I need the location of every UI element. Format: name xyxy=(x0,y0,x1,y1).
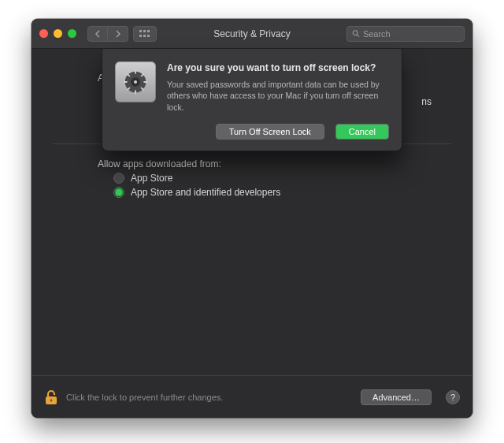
svg-rect-5 xyxy=(147,35,150,37)
radio-identified-developers-label: App Store and identified developers xyxy=(131,187,280,198)
obscured-text-ns: ns xyxy=(421,96,432,107)
back-button[interactable] xyxy=(87,26,108,42)
svg-rect-0 xyxy=(139,30,142,32)
svg-rect-2 xyxy=(147,30,150,32)
radio-app-store-label: App Store xyxy=(131,173,172,184)
advanced-button[interactable]: Advanced… xyxy=(361,389,432,405)
preferences-window: Security & Privacy A login Disable autom… xyxy=(32,19,472,418)
svg-point-6 xyxy=(353,31,358,35)
system-preferences-icon xyxy=(115,61,156,102)
allow-apps-heading: Allow apps downloaded from: xyxy=(98,158,452,169)
chevron-left-icon xyxy=(94,30,101,38)
forward-button[interactable] xyxy=(108,26,128,42)
svg-point-9 xyxy=(50,399,53,401)
svg-rect-3 xyxy=(139,35,142,37)
radio-app-store[interactable] xyxy=(113,173,124,184)
sheet-buttons: Turn Off Screen Lock Cancel xyxy=(115,124,389,140)
close-window-button[interactable] xyxy=(39,29,48,38)
confirm-sheet: Are you sure you want to turn off screen… xyxy=(102,49,402,151)
chevron-right-icon xyxy=(115,30,121,38)
minimize-window-button[interactable] xyxy=(54,29,62,38)
zoom-window-button[interactable] xyxy=(68,29,76,38)
radio-row-identified: App Store and identified developers xyxy=(113,187,452,198)
sheet-heading: Are you sure you want to turn off screen… xyxy=(167,61,389,74)
help-button[interactable]: ? xyxy=(446,390,460,404)
nav-back-forward xyxy=(87,26,128,42)
search-field[interactable] xyxy=(346,26,465,42)
radio-identified-developers[interactable] xyxy=(113,187,124,198)
footer: Click the lock to prevent further change… xyxy=(32,375,472,418)
turn-off-screen-lock-button[interactable]: Turn Off Screen Lock xyxy=(216,124,324,140)
svg-point-20 xyxy=(134,80,137,84)
titlebar: Security & Privacy xyxy=(32,19,472,49)
grid-icon xyxy=(139,30,150,38)
svg-rect-4 xyxy=(143,35,146,37)
svg-line-7 xyxy=(358,35,359,36)
radio-row-appstore: App Store xyxy=(113,173,452,184)
sheet-message: Your saved passwords and important data … xyxy=(167,79,389,113)
show-all-button[interactable] xyxy=(133,26,157,42)
search-input[interactable] xyxy=(363,29,459,39)
allow-apps-label: Allow apps downloaded from: xyxy=(98,158,221,169)
traffic-lights xyxy=(39,29,76,38)
sheet-text: Are you sure you want to turn off screen… xyxy=(167,61,389,113)
lock-icon[interactable] xyxy=(44,389,58,406)
gear-icon xyxy=(120,67,150,97)
lock-hint-text: Click the lock to prevent further change… xyxy=(66,393,223,402)
cancel-button[interactable]: Cancel xyxy=(335,124,389,140)
svg-rect-1 xyxy=(143,30,146,32)
search-icon xyxy=(352,29,360,38)
